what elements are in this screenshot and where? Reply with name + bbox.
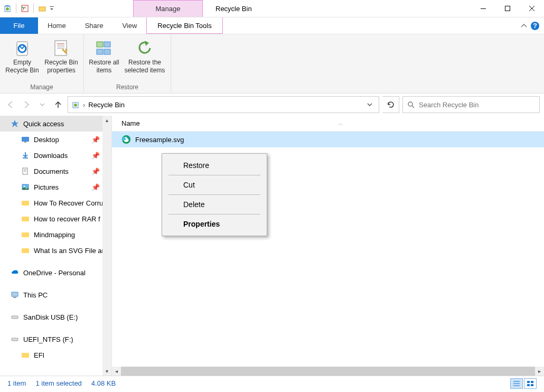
nav-recent-dropdown[interactable] <box>36 98 49 111</box>
restore-selected-items-button[interactable]: Restore the selected items <box>123 36 166 82</box>
this-pc-icon <box>11 291 19 299</box>
scroll-left-icon[interactable]: ◂ <box>112 368 121 374</box>
search-input[interactable] <box>419 101 535 109</box>
documents-icon <box>21 167 30 175</box>
refresh-button[interactable] <box>382 96 399 113</box>
sidebar-downloads[interactable]: Downloads 📌 <box>0 147 111 163</box>
sidebar-onedrive[interactable]: OneDrive - Personal <box>0 265 111 281</box>
collapse-ribbon-icon[interactable] <box>521 23 527 29</box>
thumbnails-view-button[interactable] <box>524 378 537 389</box>
sidebar-label: Pictures <box>34 183 59 191</box>
menu-home[interactable]: Home <box>38 17 76 34</box>
context-cut[interactable]: Cut <box>162 175 267 194</box>
chevron-right-icon[interactable]: › <box>83 101 85 109</box>
pin-icon: 📌 <box>91 136 100 144</box>
scroll-right-icon[interactable]: ▸ <box>535 368 544 374</box>
menu-file[interactable]: File <box>0 17 38 34</box>
sidebar-pictures[interactable]: Pictures 📌 <box>0 179 111 195</box>
sidebar-scrollbar[interactable]: ▴ ▾ <box>102 116 111 376</box>
svg-rect-38 <box>12 338 18 341</box>
main-area: Quick access Desktop 📌 Downloads 📌 Docum… <box>0 116 544 376</box>
ribbon-group-label: Manage <box>4 82 79 92</box>
scrollbar-thumb[interactable] <box>121 367 535 376</box>
sidebar-label: How To Recover Corru <box>34 199 103 207</box>
scroll-down-icon[interactable]: ▾ <box>102 367 111 376</box>
svg-rect-4 <box>50 6 54 7</box>
close-button[interactable] <box>520 0 544 17</box>
recycle-bin-small-icon <box>71 100 80 109</box>
svg-rect-23 <box>22 137 29 142</box>
folder-icon <box>21 230 30 239</box>
sidebar-label: SanDisk USB (E:) <box>23 313 78 321</box>
maximize-button[interactable] <box>495 0 520 17</box>
svg-rect-46 <box>531 381 533 383</box>
sidebar-label: What Is an SVG File an <box>34 247 106 255</box>
recycle-bin-icon <box>2 3 13 14</box>
sidebar-uefi[interactable]: UEFI_NTFS (F:) <box>0 331 111 347</box>
sidebar-documents[interactable]: Documents 📌 <box>0 163 111 179</box>
star-icon <box>11 119 19 128</box>
svg-rect-17 <box>97 49 103 54</box>
context-properties[interactable]: Properties <box>162 214 267 234</box>
sidebar-desktop[interactable]: Desktop 📌 <box>0 132 111 147</box>
onedrive-icon <box>11 268 19 277</box>
sidebar-folder[interactable]: How to recover RAR f <box>0 211 111 227</box>
restore-all-icon <box>95 38 114 59</box>
sidebar-efi[interactable]: EFI <box>0 347 111 363</box>
nav-back-button[interactable] <box>4 98 17 111</box>
pictures-icon <box>21 183 30 191</box>
context-restore[interactable]: Restore <box>162 156 267 175</box>
sidebar-this-pc[interactable]: This PC <box>0 287 111 303</box>
file-row[interactable]: Freesample.svg <box>112 132 544 147</box>
menu-share[interactable]: Share <box>76 17 113 34</box>
help-icon[interactable]: ? <box>530 21 540 31</box>
menubar: File Home Share View Recycle Bin Tools ? <box>0 17 544 34</box>
svg-point-21 <box>408 102 412 106</box>
svg-rect-31 <box>22 201 29 206</box>
column-header[interactable]: Name ︿ <box>112 116 544 132</box>
minimize-button[interactable] <box>471 0 495 17</box>
breadcrumb-location[interactable]: Recycle Bin <box>88 101 125 109</box>
edge-file-icon <box>121 135 131 144</box>
nav-forward-button[interactable] <box>20 98 33 111</box>
column-name[interactable]: Name <box>121 119 338 127</box>
folder-qat-icon[interactable] <box>37 3 48 14</box>
sidebar-label: Downloads <box>34 152 68 160</box>
nav-up-button[interactable] <box>52 98 64 111</box>
sidebar-folder[interactable]: What Is an SVG File an <box>0 242 111 258</box>
breadcrumb-dropdown-icon[interactable] <box>364 102 376 107</box>
empty-recycle-bin-button[interactable]: Empty Recycle Bin <box>4 36 40 82</box>
sidebar-sandisk[interactable]: SanDisk USB (E:) <box>0 309 111 325</box>
restore-selected-icon <box>135 38 154 59</box>
horizontal-scrollbar[interactable]: ◂ ▸ <box>112 367 544 376</box>
sidebar-label: This PC <box>23 291 48 299</box>
menu-view[interactable]: View <box>112 17 146 34</box>
menu-recycle-bin-tools[interactable]: Recycle Bin Tools <box>146 17 222 34</box>
menubar-right: ? <box>521 17 544 34</box>
scroll-up-icon[interactable]: ▴ <box>102 116 111 125</box>
sidebar-folder[interactable]: How To Recover Corru <box>0 195 111 211</box>
sidebar-quick-access[interactable]: Quick access <box>0 116 111 132</box>
breadcrumb[interactable]: › Recycle Bin <box>68 96 379 113</box>
contextual-tab-manage[interactable]: Manage <box>133 0 203 17</box>
titlebar: Manage Recycle Bin <box>0 0 544 17</box>
svg-rect-16 <box>104 42 110 47</box>
details-view-button[interactable] <box>510 378 523 389</box>
context-delete[interactable]: Delete <box>162 195 267 214</box>
sidebar: Quick access Desktop 📌 Downloads 📌 Docum… <box>0 116 112 376</box>
ribbon-group-label: Restore <box>88 82 166 92</box>
folder-icon <box>21 199 30 207</box>
properties-qat-icon[interactable] <box>20 3 30 14</box>
svg-text:?: ? <box>533 22 537 30</box>
sidebar-folder[interactable]: Mindmapping <box>0 227 111 242</box>
restore-all-items-button[interactable]: Restore all items <box>88 36 120 82</box>
ribbon: Empty Recycle Bin Recycle Bin properties… <box>0 34 544 94</box>
navbar: › Recycle Bin <box>0 94 544 116</box>
downloads-icon <box>21 151 30 160</box>
qat-dropdown-icon[interactable] <box>50 6 55 11</box>
search-icon <box>407 101 415 108</box>
svg-point-20 <box>74 104 77 107</box>
search-box[interactable] <box>402 96 540 113</box>
recycle-bin-properties-button[interactable]: Recycle Bin properties <box>43 36 79 82</box>
status-selected-count: 1 item selected <box>35 379 81 387</box>
